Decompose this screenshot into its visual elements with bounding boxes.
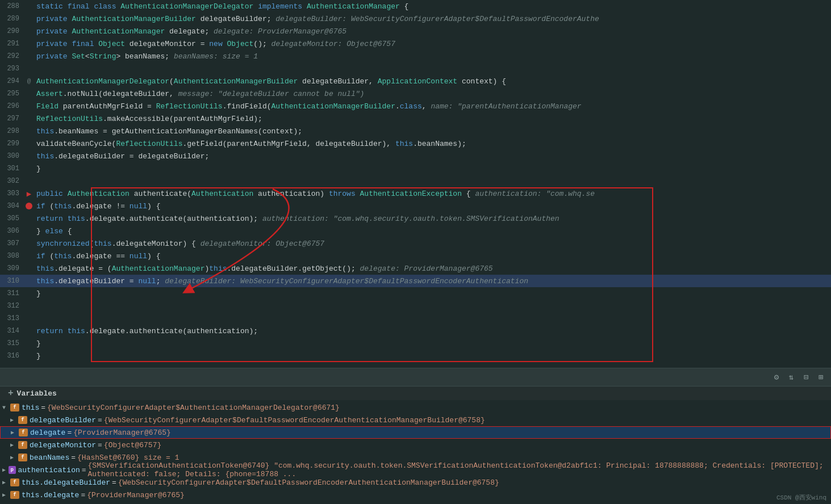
variables-title: Variables — [17, 389, 57, 398]
code-line: 304 if (this.delegate != null) { — [0, 200, 831, 212]
debug-hint: delegate: ProviderManager@6765 — [356, 264, 493, 273]
variables-header: + Variables — [0, 387, 831, 400]
line-gutter: ▶ — [24, 189, 34, 199]
line-code: } — [34, 289, 831, 298]
line-number: 291 — [0, 40, 24, 48]
watermark: CSDN @西安winq — [776, 493, 826, 502]
variable-expand-icon[interactable]: ▶ — [2, 467, 9, 473]
variable-expand-icon[interactable]: ▶ — [10, 442, 18, 448]
breakpoint-arrow: ▶ — [27, 189, 31, 199]
variable-expand-icon[interactable]: ▶ — [11, 429, 19, 436]
variable-type-icon: f — [18, 453, 27, 461]
code-line: 290 private AuthenticationManager delega… — [0, 25, 831, 37]
line-number: 299 — [0, 140, 24, 148]
variable-type-icon: f — [10, 404, 19, 411]
variable-item[interactable]: ▶fdelegate = {ProviderManager@6765} — [0, 426, 831, 439]
line-code: this.beanNames = getAuthenticationManage… — [34, 127, 831, 136]
expand-icon[interactable]: ⊞ — [815, 372, 826, 383]
variable-expand-icon[interactable]: ▼ — [2, 405, 10, 411]
debug-hint: delegateBuilder: WebSecurityConfigurerAd… — [271, 15, 599, 23]
line-code: } else { — [34, 227, 831, 236]
variable-name: this.delegateBuilder — [22, 478, 110, 487]
variable-item[interactable]: ▶fthis.delegate = {ProviderManager@6765} — [0, 489, 831, 501]
variable-type-icon: f — [10, 478, 19, 486]
code-line: 306 } else { — [0, 225, 831, 237]
line-number: 288 — [0, 2, 24, 10]
variable-item[interactable]: ▶fdelegateBuilder = {WebSecurityConfigur… — [0, 414, 831, 426]
code-line: 307 synchronized(this.delegateMonitor) {… — [0, 237, 831, 250]
variable-value: {ProviderManager@6765} — [87, 491, 185, 499]
line-number: 301 — [0, 165, 24, 173]
line-code: validateBeanCycle(ReflectionUtils.getFie… — [34, 140, 831, 148]
line-code: this.delegate = (AuthenticationManager)t… — [34, 264, 831, 273]
line-number: 310 — [0, 277, 24, 285]
layout-icon[interactable]: ⇅ — [786, 372, 797, 383]
code-line: 296 Field parentAuthMgrField = Reflectio… — [0, 100, 831, 112]
line-code: } — [34, 165, 831, 173]
line-code: return this.delegate.authenticate(authen… — [34, 215, 831, 223]
variables-panel: + Variables ▼fthis = {WebSecurityConfigu… — [0, 386, 831, 504]
variable-equals: = — [98, 416, 102, 425]
line-number: 305 — [0, 215, 24, 222]
code-line: 308 if (this.delegate == null) { — [0, 250, 831, 262]
line-number: 289 — [0, 15, 24, 23]
variable-type-icon: f — [18, 416, 27, 424]
line-code: if (this.delegate == null) { — [34, 252, 831, 261]
variable-item[interactable]: ▶fdelegateMonitor = {Object@6757} — [0, 439, 831, 451]
line-number: 292 — [0, 52, 24, 60]
line-code: this.delegateBuilder = delegateBuilder; — [34, 152, 831, 161]
line-number: 302 — [0, 177, 24, 185]
line-code: private AuthenticationManagerBuilder del… — [34, 15, 831, 23]
code-line: 302 — [0, 175, 831, 187]
variable-list: ▼fthis = {WebSecurityConfigurerAdapter$A… — [0, 400, 831, 502]
code-line: 305 return this.delegate.authenticate(au… — [0, 212, 831, 225]
code-editor: 288 static final class AuthenticationMan… — [0, 0, 831, 368]
line-number: 309 — [0, 264, 24, 272]
variable-expand-icon[interactable]: ▶ — [2, 479, 10, 486]
variable-expand-icon[interactable]: ▶ — [2, 492, 10, 498]
code-line: 313 — [0, 312, 831, 325]
code-line: 288 static final class AuthenticationMan… — [0, 0, 831, 12]
settings-icon[interactable]: ⚙ — [771, 372, 782, 383]
variable-equals: = — [81, 491, 85, 499]
variable-equals: = — [82, 466, 86, 474]
line-code: public Authentication authenticate(Authe… — [34, 190, 831, 198]
variable-expand-icon[interactable]: ▶ — [10, 454, 18, 461]
code-line: 298 this.beanNames = getAuthenticationMa… — [0, 125, 831, 137]
collapse-icon[interactable]: ⊟ — [800, 372, 812, 383]
debug-toolbar: ⚙ ⇅ ⊟ ⊞ — [0, 368, 831, 386]
variable-name: delegateBuilder — [30, 416, 96, 425]
variable-expand-icon[interactable]: ▶ — [10, 417, 18, 423]
code-line: 289 private AuthenticationManagerBuilder… — [0, 12, 831, 25]
line-code: ReflectionUtils.makeAccessible(parentAut… — [34, 115, 831, 123]
variable-value: {ProviderManager@6765} — [73, 429, 171, 437]
variable-value: {HashSet@6760} size = 1 — [77, 453, 179, 462]
variable-type-icon: f — [10, 491, 19, 499]
line-number: 293 — [0, 65, 24, 73]
variable-item[interactable]: ▼fthis = {WebSecurityConfigurerAdapter$A… — [0, 401, 831, 414]
line-code: } — [34, 352, 831, 360]
line-code: Assert.notNull(delegateBuilder, message:… — [34, 90, 831, 98]
line-code: this.delegateBuilder = null; delegateBui… — [34, 277, 831, 285]
variable-type-icon: f — [19, 429, 28, 436]
variable-name: authentication — [18, 466, 80, 474]
code-line: 297 ReflectionUtils.makeAccessible(paren… — [0, 112, 831, 125]
code-line: 316 } — [0, 350, 831, 362]
code-line: 303▶ public Authentication authenticate(… — [0, 187, 831, 200]
line-number: 313 — [0, 314, 24, 322]
line-code: private Set<String> beanNames; beanNames… — [34, 52, 831, 61]
code-line: 292 private Set<String> beanNames; beanN… — [0, 50, 831, 62]
code-line: 299 validateBeanCycle(ReflectionUtils.ge… — [0, 137, 831, 150]
line-number: 306 — [0, 227, 24, 235]
debug-hint: delegateMonitor: Object@6757 — [267, 40, 395, 48]
line-code: Field parentAuthMgrField = ReflectionUti… — [34, 102, 831, 111]
add-variable-icon[interactable]: + — [5, 387, 17, 400]
variable-name: this.delegate — [22, 491, 79, 499]
code-line: 301 } — [0, 162, 831, 175]
variable-item[interactable]: ▶pauthentication = {SMSVerificationAuthe… — [0, 464, 831, 476]
variable-equals: = — [98, 441, 102, 450]
variable-name: this — [22, 404, 39, 412]
line-number: 311 — [0, 289, 24, 297]
variable-name: delegateMonitor — [30, 441, 96, 450]
code-line: 312 — [0, 300, 831, 312]
